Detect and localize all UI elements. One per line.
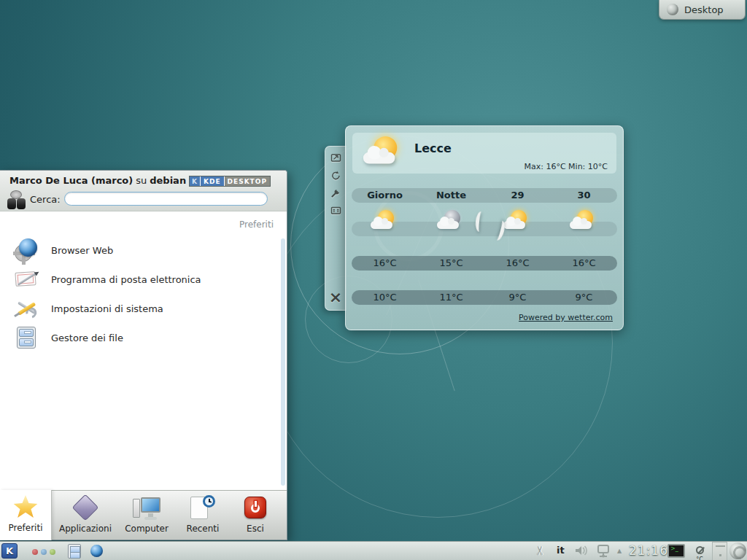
toolbox-icon xyxy=(667,4,678,15)
file-manager-launcher-icon[interactable] xyxy=(68,544,81,559)
menu-item-browser-web[interactable]: Browser Web xyxy=(0,236,279,265)
search-binoculars-icon xyxy=(7,190,26,209)
pager-dot-green[interactable] xyxy=(50,549,55,555)
weather-city: Lecce xyxy=(414,141,452,155)
star-icon xyxy=(12,494,39,521)
day-temp: 15°C xyxy=(418,256,484,271)
tab-preferiti[interactable]: Preferiti xyxy=(0,490,52,540)
close-icon[interactable]: × xyxy=(329,291,342,304)
terminal-tray-icon[interactable]: >_ xyxy=(667,544,685,558)
weather-header: Lecce Max: 16°C Min: 10°C xyxy=(352,133,616,174)
weather-attribution-link[interactable]: Powered by wetter.com xyxy=(519,313,613,322)
collapsed-widget[interactable] xyxy=(712,542,727,560)
weather-tray-icon[interactable]: °C xyxy=(693,543,706,560)
toolbox-label: Desktop xyxy=(684,4,724,15)
weather-col: Giorno xyxy=(352,188,418,203)
host-name: debian xyxy=(150,175,186,186)
kmenu-button[interactable]: K xyxy=(1,543,18,559)
taskbar-panel: K ✂ it ▲ 21:16 >_ °C xyxy=(0,541,747,560)
clipboard-icon[interactable]: ✂ xyxy=(533,545,547,556)
tray-expand-icon[interactable]: ▲ xyxy=(617,548,622,554)
file-manager-icon xyxy=(15,326,38,349)
computer-icon xyxy=(133,495,160,521)
kickoff-menu: Marco De Luca (marco)sudebian K KDE DESK… xyxy=(0,170,287,540)
search-input[interactable] xyxy=(64,192,268,206)
user-name: Marco De Luca (marco) xyxy=(9,175,133,186)
menu-item-file-manager[interactable]: Gestore dei file xyxy=(0,323,279,352)
weather-col: 29 xyxy=(484,188,551,203)
applications-icon xyxy=(71,495,99,521)
sun-cloud-icon xyxy=(568,209,600,235)
tab-computer[interactable]: Computer xyxy=(117,491,176,540)
weather-column-headers: Giorno Notte 29 30 xyxy=(352,188,617,203)
badge-desktop-text: DESKTOP xyxy=(224,176,270,186)
weather-night-temps: 10°C 11°C 9°C 9°C xyxy=(352,290,617,305)
weather-current-icon xyxy=(361,134,408,172)
configure-icon[interactable] xyxy=(329,186,342,199)
tab-esci[interactable]: Esci xyxy=(231,491,280,540)
resize-icon[interactable] xyxy=(329,151,342,164)
desktop-toolbox[interactable]: Desktop xyxy=(659,0,746,20)
weather-col: Notte xyxy=(418,188,484,203)
settings-grid-icon[interactable] xyxy=(329,203,342,217)
no-data-icon xyxy=(696,546,704,554)
day-temp: 16°C xyxy=(484,256,551,271)
widget-handle[interactable]: × xyxy=(325,146,347,311)
tab-applicazioni[interactable]: Applicazioni xyxy=(55,491,115,540)
digital-clock[interactable]: 21:16 xyxy=(629,543,668,558)
kickoff-header: Marco De Luca (marco)sudebian K KDE DESK… xyxy=(0,171,287,211)
tab-recenti[interactable]: Recenti xyxy=(178,491,228,540)
panel-cashew-icon[interactable] xyxy=(729,542,746,559)
night-temp: 11°C xyxy=(418,290,484,305)
volume-icon[interactable] xyxy=(574,544,590,560)
weather-condition-row xyxy=(352,222,617,236)
night-temp: 9°C xyxy=(484,290,551,305)
email-icon xyxy=(15,268,38,291)
day-temp: 16°C xyxy=(551,256,617,271)
kickoff-tabbar: Preferiti Applicazioni Computer Recenti … xyxy=(0,490,287,540)
moon-cloud-icon xyxy=(436,209,468,235)
pager-dot-red[interactable] xyxy=(32,549,38,555)
sun-cloud-icon xyxy=(369,209,401,235)
night-temp: 9°C xyxy=(551,290,617,305)
day-temp: 16°C xyxy=(352,256,418,271)
kde-logo-icon: K xyxy=(190,176,201,186)
browser-launcher-icon[interactable] xyxy=(90,545,103,557)
recent-icon xyxy=(189,495,217,521)
search-label: Cerca: xyxy=(30,194,61,205)
weather-max-min: Max: 16°C Min: 10°C xyxy=(524,162,608,171)
network-icon[interactable] xyxy=(595,544,611,560)
menu-item-email[interactable]: Programma di posta elettronica xyxy=(0,265,279,294)
rotate-icon[interactable] xyxy=(329,168,342,182)
badge-kde-text: KDE xyxy=(201,176,224,186)
system-settings-icon xyxy=(15,297,38,320)
weather-col: 30 xyxy=(551,188,617,203)
connector-text: su xyxy=(136,175,147,186)
web-browser-icon xyxy=(15,238,38,262)
sun-cloud-icon xyxy=(502,209,534,235)
menu-item-system-settings[interactable]: Impostazioni di sistema xyxy=(0,294,279,323)
keyboard-layout-indicator[interactable]: it xyxy=(557,545,565,556)
weather-day-temps: 16°C 15°C 16°C 16°C xyxy=(352,256,617,271)
user-host-title: Marco De Luca (marco)sudebian xyxy=(9,175,186,186)
night-temp: 10°C xyxy=(352,290,418,305)
kickoff-content: Preferiti Browser Web Programma di posta… xyxy=(0,212,287,490)
section-caption: Preferiti xyxy=(239,219,274,230)
pager-dot-blue[interactable] xyxy=(41,549,47,555)
weather-widget: Lecce Max: 16°C Min: 10°C Giorno Notte 2… xyxy=(345,125,624,330)
kde-desktop-badge: K KDE DESKTOP xyxy=(189,176,271,187)
leave-icon xyxy=(241,495,269,521)
moon-crescent-icon xyxy=(475,211,487,232)
scrollbar[interactable] xyxy=(281,238,285,486)
desktop: Desktop × Lecce Max: 16°C Min: 10°C Gior… xyxy=(0,0,747,560)
